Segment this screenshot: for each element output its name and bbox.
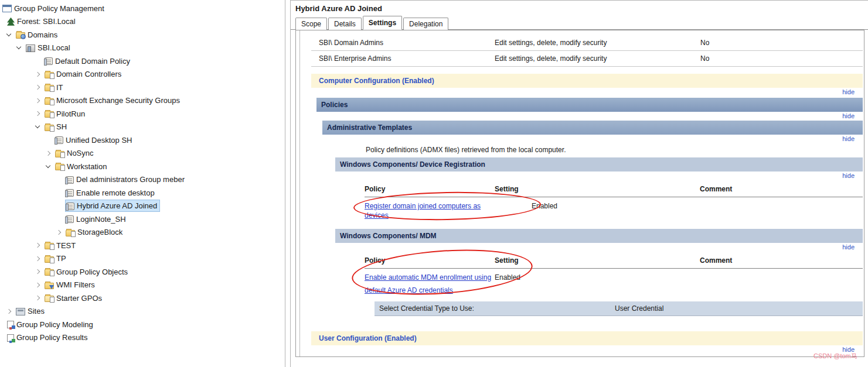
gpo-container-folder-icon — [45, 269, 54, 276]
console-icon — [2, 5, 12, 12]
device-registration-heading[interactable]: Windows Components/ Device Registration — [335, 157, 863, 172]
ou-folder-icon — [45, 243, 54, 249]
chevron-right-icon[interactable] — [35, 296, 45, 300]
chevron-down-icon[interactable] — [6, 34, 16, 36]
tree-item-group-policy-results[interactable]: Group Policy Results — [0, 331, 285, 345]
user-configuration-heading[interactable]: User Configuration (Enabled) — [311, 331, 863, 345]
chevron-right-icon[interactable] — [35, 283, 45, 287]
gpo-icon — [66, 215, 74, 223]
tree-item-starter-gpos[interactable]: Starter GPOs — [0, 291, 285, 305]
tree-item-hybrid-azure-ad-joined[interactable]: Hybrid Azure AD Joined — [0, 200, 285, 213]
pane-splitter[interactable] — [285, 0, 290, 367]
ou-folder-icon — [45, 111, 54, 118]
ou-folder-icon — [55, 164, 64, 170]
policy-link-mdm-enrollment-line1[interactable]: Enable automatic MDM enrollment using — [365, 273, 495, 282]
column-header-setting: Setting — [495, 256, 700, 265]
settings-report: SBI\ Domain Admins Edit settings, delete… — [295, 30, 864, 357]
tree-item-test[interactable]: TEST — [0, 239, 285, 252]
tree-item-del-administrators-group-meber[interactable]: Del administrators Group meber — [0, 173, 285, 187]
tree-item-pilotrun[interactable]: PilotRun — [0, 107, 285, 121]
tree-item-it[interactable]: IT — [0, 81, 285, 94]
gpo-icon — [66, 189, 74, 197]
policy-table-header: Policy Setting Comment — [365, 181, 863, 197]
setting-value: Enabled — [495, 201, 700, 220]
tree-item-label: TP — [56, 254, 66, 263]
tree-item-label: Forest: SBI.Local — [17, 17, 76, 26]
ou-folder-icon — [55, 151, 64, 157]
tab-delegation[interactable]: Delegation — [403, 18, 448, 30]
tab-settings[interactable]: Settings — [363, 16, 402, 30]
tree-item-unified-desktop-sh[interactable]: Unified Desktop SH — [0, 133, 285, 147]
hide-link-device-registration[interactable]: hide — [842, 172, 855, 179]
gpo-content-pane: Hybrid Azure AD Joined Scope Details Set… — [290, 0, 868, 367]
chevron-right-icon[interactable] — [35, 270, 45, 273]
chevron-right-icon[interactable] — [35, 85, 45, 89]
tree-item-domain-sbi-local[interactable]: SBI.Local — [0, 42, 285, 55]
column-header-policy: Policy — [365, 185, 495, 193]
tree-item-wmi-filters[interactable]: WMI Filters — [0, 279, 285, 292]
tab-details[interactable]: Details — [328, 18, 362, 30]
domains-folder-icon — [16, 32, 25, 39]
tree-item-label: Group Policy Results — [16, 333, 87, 342]
tree-item-sh[interactable]: SH — [0, 121, 285, 134]
mdm-heading[interactable]: Windows Components/ MDM — [335, 229, 863, 243]
tab-scope[interactable]: Scope — [295, 18, 327, 30]
permission-row: SBI\ Domain Admins Edit settings, delete… — [311, 35, 863, 51]
policy-link-register-domain-joined-computers[interactable]: Register domain joined computers as devi… — [365, 202, 481, 219]
hide-link-computer-configuration[interactable]: hide — [842, 88, 855, 95]
column-header-comment: Comment — [700, 256, 863, 265]
console-tree-pane: Group Policy Management Forest: SBI.Loca… — [0, 0, 285, 367]
hide-link-mdm[interactable]: hide — [842, 243, 855, 251]
permission-row: SBI\ Enterprise Admins Edit settings, de… — [311, 51, 863, 67]
chevron-right-icon[interactable] — [35, 73, 45, 76]
tree-item-group-policy-objects[interactable]: Group Policy Objects — [0, 265, 285, 279]
tree-item-domains[interactable]: Domains — [0, 28, 285, 42]
tree-item-enable-remote-desktop[interactable]: Enable remote desktop — [0, 186, 285, 200]
tree-item-label: TEST — [56, 241, 76, 250]
chevron-down-icon[interactable] — [16, 47, 26, 49]
chevron-right-icon[interactable] — [6, 310, 16, 313]
domain-icon — [26, 44, 35, 52]
hide-row: hide — [300, 243, 863, 251]
tree-item-workstation[interactable]: Workstation — [0, 160, 285, 173]
tree-item-label: Default Domain Policy — [55, 57, 130, 66]
tree-item-group-policy-modeling[interactable]: Group Policy Modeling — [0, 318, 285, 331]
tree-item-label: Starter GPOs — [56, 294, 102, 303]
hide-link-policies[interactable]: hide — [842, 112, 855, 119]
tree-item-label: StorageBlock — [77, 228, 122, 236]
policies-heading[interactable]: Policies — [316, 98, 863, 112]
chevron-down-icon[interactable] — [35, 126, 45, 128]
chevron-right-icon[interactable] — [45, 152, 55, 155]
hide-row: hide — [300, 135, 863, 142]
hide-link-administrative-templates[interactable]: hide — [842, 135, 855, 142]
hide-row: hide — [300, 345, 863, 353]
tree-item-label: Del administrators Group meber — [76, 175, 185, 184]
tree-item-label: Domains — [28, 30, 57, 39]
chevron-right-icon[interactable] — [35, 112, 45, 115]
chevron-right-icon[interactable] — [35, 257, 45, 260]
tree-item-storageblock[interactable]: StorageBlock — [0, 226, 285, 239]
administrative-templates-heading[interactable]: Administrative Templates — [322, 121, 863, 135]
chevron-down-icon[interactable] — [45, 166, 55, 167]
tree-item-nosync[interactable]: NoSync — [0, 147, 285, 160]
tree-item-tp[interactable]: TP — [0, 252, 285, 266]
policy-link-mdm-enrollment-line2[interactable]: default Azure AD credentials — [365, 286, 495, 295]
chevron-right-icon[interactable] — [35, 243, 45, 247]
chevron-right-icon[interactable] — [56, 231, 66, 234]
tree-item-domain-controllers[interactable]: Domain Controllers — [0, 68, 285, 81]
tree-item-loginnote-sh[interactable]: LoginNote_SH — [0, 212, 285, 226]
tree-item-label: Microsoft Exchange Security Groups — [56, 96, 180, 105]
tree-item-forest[interactable]: Forest: SBI.Local — [0, 15, 285, 29]
trustee-name: SBI\ Enterprise Admins — [319, 54, 495, 63]
tree-item-group-policy-management[interactable]: Group Policy Management — [0, 2, 285, 15]
chevron-right-icon[interactable] — [35, 99, 45, 102]
gpo-icon — [45, 57, 53, 65]
tree-item-microsoft-exchange-security-groups[interactable]: Microsoft Exchange Security Groups — [0, 94, 285, 108]
tree-item-label: LoginNote_SH — [76, 215, 126, 224]
tree-item-default-domain-policy[interactable]: Default Domain Policy — [0, 54, 285, 68]
tree-item-sites[interactable]: Sites — [0, 305, 285, 318]
gpo-icon — [66, 203, 74, 210]
policy-row-mdm-enrollment: Enable automatic MDM enrollment using de… — [365, 269, 863, 300]
computer-configuration-heading[interactable]: Computer Configuration (Enabled) — [311, 74, 863, 88]
inherited-value: No — [700, 54, 863, 63]
